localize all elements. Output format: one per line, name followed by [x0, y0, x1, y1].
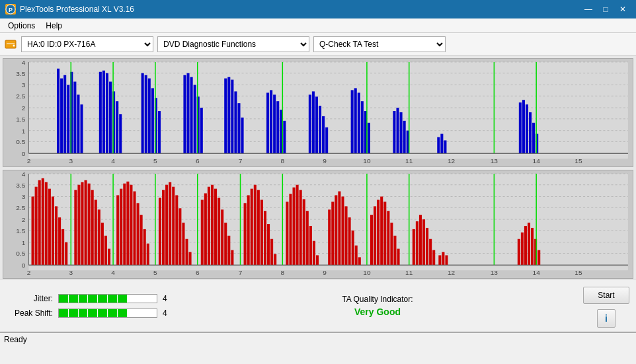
svg-rect-258 — [518, 239, 520, 266]
svg-rect-68 — [200, 108, 203, 153]
svg-rect-83 — [309, 94, 311, 153]
svg-rect-45 — [77, 94, 79, 153]
jitter-seg-3 — [79, 295, 88, 303]
svg-rect-235 — [355, 246, 358, 266]
svg-rect-104 — [444, 140, 446, 153]
svg-rect-171 — [108, 249, 110, 266]
drive-icon — [4, 38, 17, 51]
svg-rect-180 — [140, 215, 143, 265]
svg-rect-54 — [119, 114, 122, 153]
svg-rect-99 — [403, 121, 406, 153]
svg-text:2.5: 2.5 — [16, 204, 26, 211]
menu-help[interactable]: Help — [40, 20, 67, 32]
svg-text:3: 3 — [22, 82, 26, 89]
svg-rect-157 — [58, 217, 61, 265]
jitter-meter — [58, 294, 157, 303]
function-select[interactable]: DVD Diagnostic Functions — [157, 36, 309, 52]
svg-text:8: 8 — [281, 269, 285, 276]
close-button[interactable]: ✕ — [615, 3, 631, 15]
svg-rect-204 — [231, 250, 233, 266]
svg-rect-189 — [175, 196, 178, 266]
svg-rect-238 — [370, 215, 373, 265]
svg-rect-63 — [183, 75, 186, 154]
svg-rect-154 — [48, 189, 51, 266]
peak-shift-meter — [58, 309, 157, 318]
svg-rect-252 — [426, 228, 428, 265]
info-button[interactable]: i — [597, 309, 616, 328]
maximize-button[interactable]: □ — [598, 3, 614, 15]
menu-bar: Options Help — [0, 18, 636, 33]
svg-rect-170 — [104, 236, 107, 265]
start-button[interactable]: Start — [583, 287, 629, 304]
svg-rect-166 — [91, 190, 94, 266]
svg-text:1: 1 — [22, 239, 26, 246]
svg-rect-161 — [74, 190, 77, 266]
svg-rect-53 — [116, 101, 118, 153]
svg-text:2: 2 — [27, 269, 31, 276]
svg-rect-40 — [60, 79, 63, 154]
svg-rect-264 — [537, 250, 540, 266]
svg-rect-64 — [186, 73, 189, 154]
svg-rect-76 — [266, 92, 269, 153]
svg-rect-212 — [264, 211, 266, 265]
svg-rect-163 — [81, 182, 83, 265]
svg-rect-262 — [531, 228, 534, 265]
peak-shift-row: Peak Shift: 4 — [7, 309, 179, 318]
svg-rect-256 — [442, 252, 444, 265]
svg-text:5: 5 — [153, 269, 157, 276]
svg-rect-232 — [345, 206, 348, 265]
svg-rect-73 — [234, 91, 237, 153]
svg-text:5: 5 — [153, 157, 157, 164]
svg-rect-66 — [194, 85, 196, 154]
jitter-seg-4 — [88, 295, 97, 303]
svg-rect-108 — [529, 112, 532, 153]
ps-seg-6 — [108, 309, 117, 317]
svg-rect-151 — [38, 180, 41, 265]
svg-text:11: 11 — [405, 157, 413, 164]
svg-text:P: P — [9, 7, 13, 13]
svg-rect-255 — [438, 255, 441, 265]
svg-text:1.5: 1.5 — [16, 116, 26, 123]
svg-rect-214 — [270, 239, 273, 266]
svg-rect-169 — [101, 223, 104, 265]
svg-rect-90 — [354, 88, 357, 153]
svg-rect-206 — [244, 203, 247, 265]
window-controls: — □ ✕ — [580, 3, 631, 15]
svg-rect-173 — [116, 196, 119, 266]
svg-rect-150 — [35, 187, 38, 266]
svg-text:6: 6 — [196, 157, 200, 164]
svg-rect-211 — [260, 200, 263, 265]
test-select[interactable]: Q-Check TA Test — [313, 36, 446, 52]
svg-rect-243 — [387, 211, 389, 265]
menu-options[interactable]: Options — [3, 20, 40, 32]
svg-rect-162 — [77, 185, 80, 266]
svg-text:2: 2 — [22, 216, 26, 223]
svg-rect-72 — [231, 80, 233, 154]
svg-rect-228 — [331, 201, 334, 265]
svg-rect-202 — [224, 223, 227, 265]
svg-rect-236 — [358, 257, 361, 265]
svg-rect-39 — [57, 69, 60, 153]
ps-seg-4 — [88, 309, 97, 317]
svg-rect-184 — [159, 198, 161, 265]
svg-text:3.5: 3.5 — [16, 182, 26, 189]
svg-text:12: 12 — [448, 157, 456, 164]
ta-quality-area: TA Quality Indicator: Very Good — [179, 295, 576, 317]
bottom-chart-svg: 4 3.5 3 2.5 2 1.5 1 0.5 0 2 3 4 5 6 7 8 … — [3, 170, 633, 278]
svg-rect-61 — [158, 111, 161, 153]
svg-text:9: 9 — [323, 269, 327, 276]
svg-rect-227 — [328, 209, 331, 265]
svg-rect-199 — [214, 189, 217, 266]
svg-text:13: 13 — [491, 157, 498, 164]
svg-rect-234 — [352, 231, 354, 265]
jitter-value: 4 — [163, 294, 176, 303]
svg-rect-239 — [374, 206, 376, 265]
drive-select[interactable]: HA:0 ID:0 PX-716A — [21, 36, 153, 52]
svg-rect-207 — [247, 196, 250, 266]
minimize-button[interactable]: — — [580, 3, 596, 15]
svg-rect-231 — [341, 197, 344, 266]
ps-seg-1 — [59, 309, 68, 317]
svg-rect-152 — [42, 178, 44, 265]
svg-rect-248 — [413, 229, 415, 265]
svg-text:6: 6 — [196, 269, 200, 276]
